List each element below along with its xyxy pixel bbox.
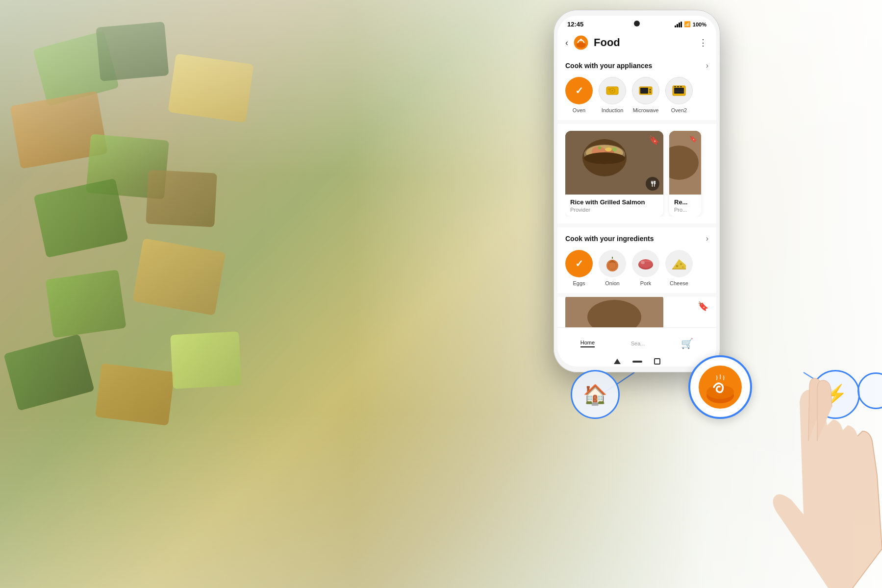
app-title: Food xyxy=(594,36,620,49)
app-logo-icon xyxy=(573,35,589,50)
svg-point-29 xyxy=(584,152,625,164)
back-button[interactable]: ‹ xyxy=(565,38,568,48)
svg-point-8 xyxy=(611,90,613,92)
hand-area xyxy=(696,304,882,588)
battery-icon: 📶 xyxy=(684,21,691,27)
onion-label: Onion xyxy=(605,280,619,286)
oven-check: ✓ xyxy=(575,85,583,97)
ingredients-header: Cook with your ingredients › xyxy=(565,234,708,243)
recents-nav[interactable] xyxy=(654,358,660,365)
ingredient-item-cheese[interactable]: Cheese xyxy=(665,250,693,286)
appliance-row: ✓ Oven xyxy=(565,77,708,113)
svg-point-30 xyxy=(598,147,601,149)
home-nav[interactable] xyxy=(632,361,642,363)
more-button[interactable]: ⋮ xyxy=(699,37,708,48)
eggs-label: Eggs xyxy=(573,280,585,286)
svg-point-13 xyxy=(650,89,651,91)
oven-icon-wrap: ✓ xyxy=(565,77,593,104)
svg-point-42 xyxy=(676,265,679,268)
cheese-label: Cheese xyxy=(670,280,688,286)
onion-icon-wrap xyxy=(599,250,626,277)
recipe-info-1: Rice with Grilled Salmon Provider xyxy=(565,195,663,217)
pork-icon xyxy=(637,257,655,270)
induction-icon xyxy=(605,83,620,98)
ingredient-item-pork[interactable]: Pork xyxy=(632,250,659,286)
header-left: ‹ Food xyxy=(565,35,620,50)
camera-notch xyxy=(634,21,640,26)
nav-search[interactable]: Sea... xyxy=(631,341,645,346)
svg-point-44 xyxy=(682,267,684,268)
home-envelope-icon: 🏠 xyxy=(583,383,607,406)
eggs-check: ✓ xyxy=(575,258,583,270)
appliances-title: Cook with your appliances xyxy=(565,62,652,70)
recipes-section: 🔖 Rice with Grilled Salmon xyxy=(557,124,716,223)
microwave-icon-wrap xyxy=(632,77,659,104)
oven2-label: Oven2 xyxy=(671,107,687,113)
pork-icon-wrap xyxy=(632,250,659,277)
svg-point-14 xyxy=(650,92,651,93)
induction-label: Induction xyxy=(602,107,624,113)
recipe-image-1: 🔖 xyxy=(565,131,663,195)
appliances-arrow[interactable]: › xyxy=(706,61,708,70)
app-content[interactable]: Cook with your appliances › ✓ Oven xyxy=(557,54,716,356)
ingredients-arrow[interactable]: › xyxy=(706,234,708,243)
recipe-scroll[interactable]: 🔖 Rice with Grilled Salmon xyxy=(565,131,708,217)
ingredient-item-onion[interactable]: Onion xyxy=(599,250,626,286)
ingredient-row: ✓ Eggs xyxy=(565,250,708,286)
svg-point-5 xyxy=(580,39,582,41)
nav-search-label: Sea... xyxy=(631,341,645,346)
phone-device: 12:45 📶 100% ‹ xyxy=(554,10,720,372)
hand-svg xyxy=(696,304,882,588)
appliances-section: Cook with your appliances › ✓ Oven xyxy=(557,54,716,120)
fork-knife-icon xyxy=(649,180,656,188)
microwave-icon xyxy=(638,83,654,98)
appliance-item-microwave[interactable]: Microwave xyxy=(632,77,659,113)
svg-point-43 xyxy=(680,263,682,265)
bookmark-1[interactable]: 🔖 xyxy=(649,135,659,146)
oven2-icon xyxy=(671,83,687,98)
phone-screen: 12:45 📶 100% ‹ xyxy=(557,16,716,367)
recipe-provider-1: Provider xyxy=(570,207,658,213)
recipe-image-2: 🔖 xyxy=(669,131,701,195)
nav-home[interactable]: Home xyxy=(580,340,595,347)
eggs-icon-wrap: ✓ xyxy=(565,250,593,277)
bookmark-2[interactable]: 🔖 xyxy=(689,135,697,143)
recipe-info-2: Re... Pro... xyxy=(669,195,701,217)
svg-rect-9 xyxy=(608,88,610,90)
recipe-name-2: Re... xyxy=(674,198,696,206)
left-floating-circle[interactable]: 🏠 xyxy=(571,370,620,419)
cheese-icon-wrap xyxy=(665,250,693,277)
status-icons: 📶 100% xyxy=(675,21,706,27)
induction-icon-wrap xyxy=(599,77,626,104)
appliance-item-oven2[interactable]: Oven2 xyxy=(665,77,693,113)
system-nav xyxy=(557,358,716,365)
nav-home-label: Home xyxy=(580,340,595,345)
microwave-label: Microwave xyxy=(633,107,659,113)
back-nav[interactable] xyxy=(614,359,621,364)
svg-marker-41 xyxy=(672,259,686,269)
cart-icon: 🛒 xyxy=(681,338,693,349)
recipe-card-1[interactable]: 🔖 Rice with Grilled Salmon xyxy=(565,131,663,217)
svg-point-38 xyxy=(639,259,653,268)
recipe-card-2[interactable]: 🔖 Re... Pro... xyxy=(669,131,701,217)
ingredients-title: Cook with your ingredients xyxy=(565,235,654,243)
appliances-header: Cook with your appliances › xyxy=(565,61,708,70)
svg-point-28 xyxy=(605,147,612,151)
recipe-name-1: Rice with Grilled Salmon xyxy=(570,198,658,206)
app-header: ‹ Food ⋮ xyxy=(557,31,716,54)
nav-cart[interactable]: 🛒 xyxy=(681,338,693,349)
appliance-item-oven[interactable]: ✓ Oven xyxy=(565,77,593,113)
svg-rect-19 xyxy=(680,86,682,87)
svg-rect-11 xyxy=(640,88,648,94)
ingredient-item-eggs[interactable]: ✓ Eggs xyxy=(565,250,593,286)
onion-icon xyxy=(605,255,620,272)
cheese-icon xyxy=(670,256,688,271)
oven2-icon-wrap xyxy=(665,77,693,104)
recipe-provider-2: Pro... xyxy=(674,207,696,213)
oven-label: Oven xyxy=(573,107,585,113)
phone-scene: 12:45 📶 100% ‹ xyxy=(514,0,882,588)
appliance-item-induction[interactable]: Induction xyxy=(599,77,626,113)
ingredients-section: Cook with your ingredients › ✓ Eggs xyxy=(557,227,716,293)
status-time: 12:45 xyxy=(567,21,583,28)
battery-label: 100% xyxy=(693,22,706,27)
